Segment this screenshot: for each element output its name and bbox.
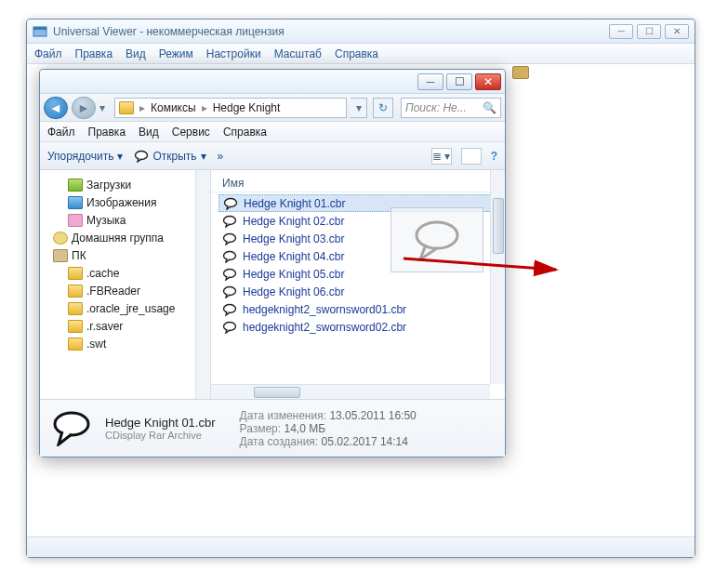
address-bar[interactable]: ▸ Комиксы ▸ Hedge Knight	[114, 98, 347, 118]
file-name: Hedge Knight 01.cbr	[244, 197, 345, 210]
menu-settings[interactable]: Настройки	[206, 47, 261, 60]
folder-icon	[68, 338, 83, 351]
maximize-button[interactable]: ☐	[637, 24, 661, 39]
file-type-icon	[49, 405, 94, 450]
menu-zoom[interactable]: Масштаб	[274, 47, 322, 60]
view-mode-button[interactable]: ≣ ▾	[431, 148, 452, 165]
nav-history-dropdown[interactable]: ▾	[99, 101, 111, 114]
svg-point-8	[224, 286, 236, 295]
close-button[interactable]: ✕	[665, 24, 689, 39]
explorer-menu-help[interactable]: Справка	[223, 126, 267, 139]
tree-item[interactable]: .oracle_jre_usage	[44, 299, 206, 317]
explorer-window: ─ ☐ ✕ ◄ ► ▾ ▸ Комиксы ▸ Hedge Knight ▾ ↻…	[39, 69, 506, 457]
svg-point-2	[136, 151, 148, 159]
explorer-menu-service[interactable]: Сервис	[172, 126, 210, 139]
refresh-button[interactable]: ↻	[373, 98, 393, 118]
statusbar	[27, 537, 695, 557]
search-input[interactable]: Поиск: He... 🔍	[401, 98, 501, 118]
file-name: Hedge Knight 03.cbr	[243, 232, 344, 245]
nav-back-button[interactable]: ◄	[44, 97, 68, 119]
menu-file[interactable]: Файл	[34, 47, 62, 60]
file-row[interactable]: Hedge Knight 03.cbr	[218, 230, 497, 247]
tree-item[interactable]: Загрузки	[44, 176, 206, 193]
file-row[interactable]: Hedge Knight 02.cbr	[218, 212, 497, 230]
explorer-close-button[interactable]: ✕	[475, 73, 501, 90]
details-filetype: CDisplay Rar Archive	[105, 430, 216, 441]
explorer-titlebar[interactable]: ─ ☐ ✕	[40, 70, 505, 94]
column-header-name[interactable]: Имя	[211, 174, 505, 192]
tree-item[interactable]: .swt	[44, 335, 206, 352]
folder-icon	[68, 302, 83, 315]
file-row[interactable]: hedgeknight2_swornsword02.cbr	[218, 318, 497, 336]
tree-item-label: .r.saver	[86, 320, 123, 333]
explorer-menu-view[interactable]: Вид	[139, 126, 159, 139]
speech-bubble-icon	[223, 197, 238, 210]
details-modified: 13.05.2011 16:50	[329, 409, 416, 422]
package-icon	[512, 66, 529, 79]
tree-item-label: Загрузки	[86, 179, 131, 192]
tree-item[interactable]: Изображения	[44, 193, 206, 211]
speech-bubble-icon	[222, 303, 237, 316]
tree-item[interactable]: Музыка	[44, 211, 206, 229]
explorer-minimize-button[interactable]: ─	[417, 73, 443, 90]
tree-item[interactable]: .FBReader	[44, 282, 206, 299]
file-name: hedgeknight2_swornsword02.cbr	[243, 321, 406, 334]
preview-pane-button[interactable]	[461, 148, 482, 165]
tree-item[interactable]: .cache	[44, 264, 206, 282]
toolbar-overflow[interactable]: »	[218, 150, 224, 163]
menu-view[interactable]: Вид	[126, 47, 146, 60]
menu-edit[interactable]: Правка	[75, 47, 113, 60]
svg-point-5	[224, 233, 236, 242]
main-titlebar[interactable]: Universal Viewer - некоммерческая лиценз…	[27, 20, 695, 44]
tree-scrollbar[interactable]	[195, 170, 210, 399]
menu-mode[interactable]: Режим	[159, 47, 193, 60]
nav-forward-button[interactable]: ►	[72, 97, 96, 119]
svg-point-11	[55, 413, 88, 435]
folder-icon	[119, 101, 134, 114]
vertical-scrollbar[interactable]	[490, 170, 505, 384]
explorer-menubar: Файл Правка Вид Сервис Справка	[40, 122, 505, 142]
tree-item[interactable]: ПК	[44, 246, 206, 264]
tree-item[interactable]: Домашняя группа	[44, 229, 206, 246]
file-row[interactable]: Hedge Knight 04.cbr	[218, 247, 497, 265]
speech-bubble-icon	[222, 250, 237, 263]
chevron-down-icon: ▾	[201, 150, 206, 163]
tree-item-label: .cache	[86, 267, 119, 280]
file-row[interactable]: Hedge Knight 06.cbr	[218, 283, 497, 300]
minimize-button[interactable]: ─	[609, 24, 633, 39]
menu-help[interactable]: Справка	[335, 47, 378, 60]
details-pane: Hedge Knight 01.cbr CDisplay Rar Archive…	[40, 399, 505, 457]
tree-item-label: Домашняя группа	[72, 232, 164, 245]
tree-item-label: .oracle_jre_usage	[86, 302, 175, 315]
tree-item-label: Музыка	[86, 214, 126, 227]
explorer-menu-edit[interactable]: Правка	[88, 126, 126, 139]
explorer-navbar: ◄ ► ▾ ▸ Комиксы ▸ Hedge Knight ▾ ↻ Поиск…	[40, 94, 505, 122]
file-name: Hedge Knight 05.cbr	[243, 268, 344, 281]
file-name: Hedge Knight 02.cbr	[243, 215, 344, 228]
file-row[interactable]: hedgeknight2_swornsword01.cbr	[218, 300, 497, 318]
open-button[interactable]: Открыть▾	[134, 150, 205, 163]
speech-bubble-icon	[134, 150, 149, 163]
address-dropdown[interactable]: ▾	[351, 98, 367, 118]
svg-point-6	[224, 251, 236, 259]
organize-button[interactable]: Упорядочить▾	[47, 150, 123, 163]
explorer-maximize-button[interactable]: ☐	[446, 73, 472, 90]
file-row[interactable]: Hedge Knight 01.cbr	[218, 194, 497, 212]
music-icon	[68, 214, 83, 227]
breadcrumb[interactable]: Комиксы	[151, 101, 196, 114]
horizontal-scrollbar[interactable]	[211, 384, 490, 399]
tree-item-label: Изображения	[86, 196, 156, 209]
file-name: hedgeknight2_swornsword01.cbr	[243, 303, 406, 316]
file-name: Hedge Knight 06.cbr	[243, 285, 344, 298]
explorer-menu-file[interactable]: Файл	[47, 126, 75, 139]
file-row[interactable]: Hedge Knight 05.cbr	[218, 265, 497, 283]
tree-item[interactable]: .r.saver	[44, 317, 206, 335]
folder-icon	[68, 285, 83, 298]
folder-tree[interactable]: ЗагрузкиИзображенияМузыкаДомашняя группа…	[40, 170, 211, 399]
dl-icon	[68, 179, 83, 192]
speech-bubble-icon	[222, 268, 237, 281]
file-list-pane[interactable]: Имя Hedge Knight 01.cbrHedge Knight 02.c…	[211, 170, 505, 399]
main-title: Universal Viewer - некоммерческая лиценз…	[53, 25, 609, 38]
breadcrumb[interactable]: Hedge Knight	[213, 101, 281, 114]
help-icon[interactable]: ?	[491, 150, 497, 163]
